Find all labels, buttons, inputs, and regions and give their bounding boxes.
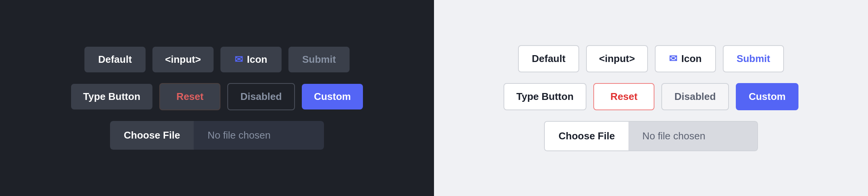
dark-no-file-text: No file chosen xyxy=(194,121,324,150)
light-file-input: Choose File No file chosen xyxy=(544,121,758,151)
light-no-file-text: No file chosen xyxy=(628,121,758,151)
light-submit-button[interactable]: Submit xyxy=(723,45,784,72)
dark-reset-button[interactable]: Reset xyxy=(159,83,220,110)
light-input-label: <input> xyxy=(599,53,635,65)
dark-choose-file-button[interactable]: Choose File xyxy=(110,121,194,150)
dark-default-label: Default xyxy=(98,54,132,65)
dark-reset-label: Reset xyxy=(177,91,204,103)
light-icon-button[interactable]: ✉ Icon xyxy=(655,45,716,72)
light-custom-button[interactable]: Custom xyxy=(736,83,799,110)
dark-typebutton-label: Type Button xyxy=(83,91,141,103)
dark-icon-label: Icon xyxy=(247,54,267,65)
light-row-2: Type Button Reset Disabled Custom xyxy=(504,83,799,110)
dark-input-button[interactable]: <input> xyxy=(152,47,214,72)
light-icon-label: Icon xyxy=(681,53,701,65)
dark-custom-label: Custom xyxy=(314,91,351,103)
dark-icon-button[interactable]: ✉ Icon xyxy=(220,47,282,72)
dark-typebutton-button[interactable]: Type Button xyxy=(71,84,153,109)
light-default-label: Default xyxy=(532,53,565,65)
light-file-row: Choose File No file chosen xyxy=(544,121,758,151)
light-panel: Default <input> ✉ Icon Submit Type Butto… xyxy=(434,0,868,196)
dark-disabled-button[interactable]: Disabled xyxy=(227,83,295,110)
light-disabled-label: Disabled xyxy=(674,91,716,103)
light-input-button[interactable]: <input> xyxy=(586,45,648,72)
dark-default-button[interactable]: Default xyxy=(84,47,146,72)
dark-submit-button[interactable]: Submit xyxy=(288,47,350,72)
dark-panel: Default <input> ✉ Icon Submit Type Butto… xyxy=(0,0,434,196)
light-custom-label: Custom xyxy=(749,91,786,103)
light-default-button[interactable]: Default xyxy=(518,45,579,72)
dark-row-1: Default <input> ✉ Icon Submit xyxy=(84,47,350,72)
envelope-icon: ✉ xyxy=(235,54,243,65)
dark-custom-button[interactable]: Custom xyxy=(302,84,363,109)
dark-row-2: Type Button Reset Disabled Custom xyxy=(71,83,363,110)
light-reset-button[interactable]: Reset xyxy=(593,83,654,110)
light-choose-file-button[interactable]: Choose File xyxy=(544,121,628,151)
dark-file-row: Choose File No file chosen xyxy=(110,121,324,150)
dark-submit-label: Submit xyxy=(302,54,336,65)
light-choose-file-label: Choose File xyxy=(559,130,615,142)
envelope-icon-light: ✉ xyxy=(669,53,677,65)
dark-choose-file-label: Choose File xyxy=(124,129,180,141)
light-row-1: Default <input> ✉ Icon Submit xyxy=(518,45,784,72)
light-reset-label: Reset xyxy=(611,91,638,103)
dark-disabled-label: Disabled xyxy=(240,91,282,103)
light-submit-label: Submit xyxy=(737,53,770,65)
dark-input-label: <input> xyxy=(165,54,201,65)
dark-file-input: Choose File No file chosen xyxy=(110,121,324,150)
light-typebutton-label: Type Button xyxy=(517,91,574,103)
light-typebutton-button[interactable]: Type Button xyxy=(504,83,587,110)
light-disabled-button[interactable]: Disabled xyxy=(661,83,729,110)
